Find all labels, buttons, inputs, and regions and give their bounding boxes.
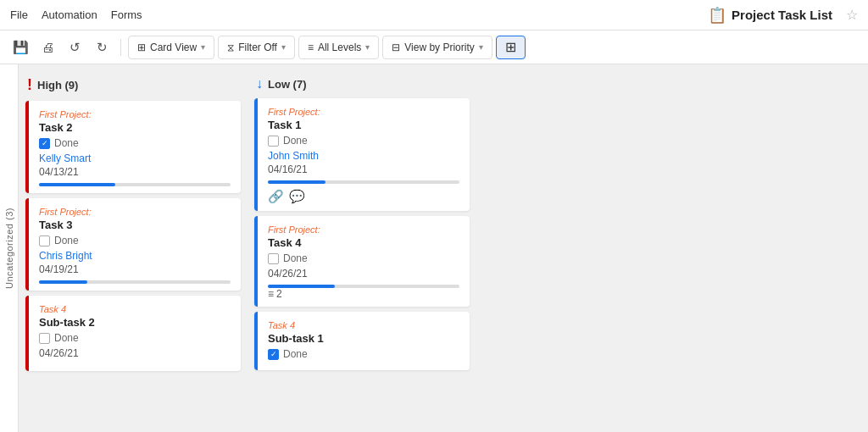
card-status: ✓ Done — [268, 348, 459, 360]
card-view-btn[interactable]: ⊞ Card View ▾ — [128, 36, 214, 59]
sidebar-label: Uncategorized (3) — [0, 64, 19, 432]
content-area: ! High (9) First Project: Task 2 ✓ Done … — [19, 64, 868, 432]
menu-file[interactable]: File — [10, 8, 28, 21]
column-high: ! High (9) First Project: Task 2 ✓ Done … — [19, 64, 248, 432]
levels-arrow: ▾ — [365, 42, 370, 52]
filter-label: Filter Off — [238, 42, 277, 53]
table-row: First Project: Task 1 Done John Smith 04… — [254, 98, 470, 211]
card-assignee: John Smith — [268, 150, 459, 162]
filter-arrow: ▾ — [281, 42, 286, 52]
card-task-name: Task 3 — [39, 219, 231, 231]
card-view-arrow: ▾ — [201, 42, 205, 52]
card-task-name: Task 4 — [268, 236, 459, 249]
card-status: Done — [39, 235, 231, 246]
progress-bar-bg — [39, 280, 231, 284]
table-row: Task 4 Sub-task 2 Done 04/26/21 — [25, 296, 241, 371]
card-subtask-label: Task 4 — [39, 304, 231, 314]
card-task-name: Task 2 — [39, 121, 231, 134]
card-project-label: First Project: — [39, 109, 231, 119]
progress-bar-bg — [39, 183, 231, 186]
app-title-text: Project Task List — [732, 8, 832, 22]
status-checkbox[interactable] — [268, 253, 279, 264]
menu-automation[interactable]: Automation — [42, 8, 97, 21]
column-low-title: Low (7) — [268, 78, 307, 91]
view-priority-label: View by Priority — [404, 42, 474, 53]
column-high-title: High (9) — [37, 79, 78, 91]
card-task-name: Task 1 — [268, 119, 459, 131]
app-title: 📋 Project Task List — [708, 6, 832, 25]
card-task-name: Sub-task 1 — [268, 332, 459, 345]
comment-icon[interactable]: 💬 — [289, 189, 305, 204]
card-task-name: Sub-task 2 — [39, 316, 231, 329]
card-date: 04/26/21 — [268, 268, 459, 280]
progress-bar-fill — [39, 280, 87, 284]
column-low: ↓ Low (7) First Project: Task 1 Done Joh… — [248, 64, 476, 432]
status-label: Done — [54, 235, 79, 246]
sidebar-label-text: Uncategorized (3) — [4, 208, 14, 289]
toolbar: 💾 🖨 ↺ ↻ ⊞ Card View ▾ ⧖ Filter Off ▾ ≡ A… — [0, 30, 868, 64]
link-icon[interactable]: 🔗 — [268, 189, 284, 204]
grid-view-btn[interactable]: ⊞ — [496, 36, 526, 59]
high-priority-icon: ! — [27, 76, 32, 94]
menu-bar: File Automation Forms 📋 Project Task Lis… — [0, 0, 868, 30]
card-subtask-label: Task 4 — [268, 320, 459, 330]
main-layout: Uncategorized (3) ! High (9) First Proje… — [0, 64, 868, 432]
card-status: Done — [39, 332, 231, 344]
card-project-label: First Project: — [268, 107, 459, 117]
status-label: Done — [283, 135, 308, 147]
table-row: Task 4 Sub-task 1 ✓ Done — [254, 312, 470, 370]
status-label: Done — [283, 348, 308, 360]
redo-icon-btn[interactable]: ↻ — [90, 36, 114, 59]
print-icon-btn[interactable]: 🖨 — [36, 36, 59, 59]
status-label: Done — [283, 252, 308, 264]
card-date: 04/13/21 — [39, 166, 231, 178]
card-date: 04/16/21 — [268, 163, 459, 175]
status-label: Done — [54, 137, 79, 149]
low-priority-icon: ↓ — [256, 76, 263, 91]
card-status: ✓ Done — [39, 137, 231, 149]
levels-icon: ≡ — [308, 42, 314, 53]
status-label: Done — [54, 332, 79, 344]
view-by-priority-btn[interactable]: ⊟ View by Priority ▾ — [382, 36, 492, 59]
progress-bar-bg — [268, 180, 459, 184]
card-assignee: Kelly Smart — [39, 152, 231, 164]
card-icons: 🔗 💬 — [268, 189, 459, 204]
subtask-icon: ≡ — [268, 288, 274, 300]
card-status: Done — [268, 252, 459, 264]
filter-icon: ⧖ — [227, 42, 234, 53]
card-status: Done — [268, 135, 459, 147]
table-row: First Project: Task 3 Done Chris Bright … — [25, 198, 241, 291]
app-icon: 📋 — [708, 6, 726, 25]
card-view-label: Card View — [150, 42, 197, 53]
card-date: 04/26/21 — [39, 347, 231, 359]
status-checkbox[interactable] — [39, 235, 50, 246]
column-header-high: ! High (9) — [25, 71, 241, 101]
favorite-icon[interactable]: ☆ — [846, 7, 858, 23]
table-row: First Project: Task 2 ✓ Done Kelly Smart… — [25, 101, 241, 193]
progress-bar-fill — [268, 180, 326, 184]
status-checkbox[interactable] — [268, 136, 279, 147]
status-checkbox[interactable]: ✓ — [39, 138, 50, 149]
card-view-icon: ⊞ — [137, 42, 146, 53]
progress-bar-fill — [39, 183, 115, 186]
undo-icon-btn[interactable]: ↺ — [63, 36, 86, 59]
toolbar-divider-1 — [120, 39, 121, 56]
menu-forms[interactable]: Forms — [111, 8, 142, 21]
grid-icon: ⊞ — [505, 39, 516, 55]
save-icon-btn[interactable]: 💾 — [8, 36, 32, 59]
view-priority-icon: ⊟ — [392, 42, 400, 53]
status-checkbox[interactable]: ✓ — [268, 349, 279, 360]
levels-label: All Levels — [318, 42, 361, 53]
column-header-low: ↓ Low (7) — [254, 71, 470, 98]
status-checkbox[interactable] — [39, 333, 50, 344]
filter-btn[interactable]: ⧖ Filter Off ▾ — [218, 36, 295, 59]
subtask-count-value: 2 — [276, 288, 282, 300]
subtask-count: ≡ 2 — [268, 288, 459, 300]
table-row: First Project: Task 4 Done 04/26/21 ≡ 2 — [254, 216, 470, 307]
card-assignee: Chris Bright — [39, 250, 231, 262]
card-project-label: First Project: — [268, 224, 459, 235]
card-project-label: First Project: — [39, 207, 231, 217]
card-date: 04/19/21 — [39, 263, 231, 275]
view-priority-arrow: ▾ — [479, 42, 483, 52]
levels-btn[interactable]: ≡ All Levels ▾ — [298, 36, 379, 59]
